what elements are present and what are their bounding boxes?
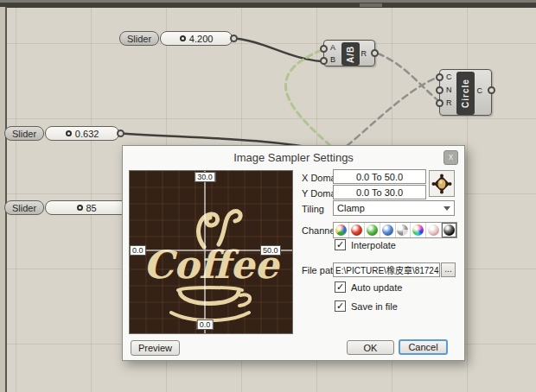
slider-name-tab[interactable]: Slider: [4, 126, 44, 141]
input-nub-a[interactable]: [320, 45, 328, 53]
input-nub-c[interactable]: [436, 73, 443, 81]
channel-label: Channel: [302, 225, 337, 236]
rgb-sphere-icon: [335, 224, 347, 236]
channel-saturation-button[interactable]: [426, 223, 442, 237]
output-label-r: R: [361, 49, 367, 58]
x-min-label: 0.0: [130, 245, 146, 256]
slider-value: 85: [86, 203, 97, 213]
output-nub-c[interactable]: [488, 86, 495, 94]
auto-update-checkbox[interactable]: ✓: [335, 281, 346, 293]
interpolate-checkbox[interactable]: ✓: [335, 239, 346, 250]
input-label-c: C: [446, 73, 452, 81]
circle-component-label[interactable]: Circle: [456, 72, 475, 115]
y-max-label: 30.0: [195, 172, 215, 182]
image-sampler-dialog: Image Sampler Settings x Coffee 30.0 0: [122, 145, 465, 361]
input-nub-r[interactable]: [436, 99, 443, 107]
tiling-label: Tiling: [302, 204, 324, 214]
auto-update-label: Auto update: [351, 282, 402, 293]
channel-blue-button[interactable]: [380, 223, 396, 237]
division-component[interactable]: A B A/B R: [323, 40, 375, 66]
channel-rgb-button[interactable]: [334, 223, 349, 237]
preview-button[interactable]: Preview: [131, 340, 180, 356]
slider-grip-icon[interactable]: [66, 130, 72, 136]
output-label-c: C: [477, 86, 483, 95]
dialog-titlebar[interactable]: Image Sampler Settings x: [123, 146, 464, 168]
x-max-label: 50.0: [260, 245, 281, 256]
browse-button[interactable]: ...: [441, 262, 456, 277]
slider-name-tab[interactable]: Slider: [119, 31, 159, 46]
chevron-down-icon: [443, 206, 450, 211]
file-path-input[interactable]: E:\PICTURE\橡皮章\817242e: [333, 262, 440, 277]
slider-label: Slider: [12, 129, 36, 139]
close-icon: x: [449, 152, 453, 161]
slider-track[interactable]: 0.632: [45, 126, 119, 141]
channel-red-button[interactable]: [349, 223, 365, 237]
slider-grip-icon[interactable]: [77, 205, 83, 211]
slider-label: Slider: [12, 203, 36, 213]
circle-component[interactable]: C N R Circle C: [439, 69, 492, 116]
grasshopper-canvas: Slider 4.200 Slider 0.632 Slider 85 A B …: [0, 0, 536, 392]
dialog-title: Image Sampler Settings: [233, 151, 354, 164]
channel-green-button[interactable]: [365, 223, 380, 237]
number-slider-2[interactable]: Slider 0.632: [4, 126, 119, 141]
channel-selector: [333, 222, 457, 238]
input-nub-b[interactable]: [320, 57, 328, 65]
slider-track[interactable]: 85: [45, 200, 128, 215]
red-sphere-icon: [351, 224, 362, 236]
blue-sphere-icon: [382, 224, 393, 236]
input-label-n: N: [446, 85, 452, 94]
interpolate-label: Interpolate: [351, 240, 396, 250]
slider-value: 0.632: [75, 129, 99, 139]
checkmark-icon: ✓: [336, 301, 345, 311]
number-slider-1[interactable]: Slider 4.200: [119, 31, 233, 46]
input-label-r: R: [446, 98, 452, 107]
division-component-label[interactable]: A/B: [341, 42, 360, 66]
checkmark-icon: ✓: [336, 240, 345, 250]
channel-alpha-button[interactable]: [396, 223, 412, 237]
slider-label: Slider: [127, 34, 151, 44]
channel-hue-button[interactable]: [411, 223, 426, 237]
number-slider-3[interactable]: Slider 85: [4, 200, 128, 215]
tiling-selected-value: Clamp: [337, 203, 443, 213]
alpha-sphere-icon: [397, 224, 408, 236]
y-min-label: 0.0: [197, 319, 214, 330]
checkmark-icon: ✓: [336, 282, 345, 292]
slider-value: 4.200: [189, 34, 214, 44]
input-label-a: A: [330, 43, 335, 52]
green-sphere-icon: [367, 224, 378, 236]
tiling-select[interactable]: Clamp: [333, 200, 455, 216]
close-button[interactable]: x: [443, 150, 458, 165]
save-in-file-label: Save in file: [351, 301, 398, 312]
save-in-file-checkbox[interactable]: ✓: [335, 300, 346, 312]
image-thumbnail-icon: [431, 174, 452, 194]
x-domain-input[interactable]: 0.0 To 50.0: [333, 169, 426, 184]
channel-luminance-button[interactable]: [442, 223, 456, 237]
image-preview[interactable]: Coffee 30.0 0.0 50.0 0.0: [129, 170, 293, 334]
cancel-button[interactable]: Cancel: [399, 339, 448, 355]
input-nub-n[interactable]: [436, 86, 443, 94]
slider-track[interactable]: 4.200: [160, 31, 233, 46]
slider-grip-icon[interactable]: [180, 35, 186, 41]
image-thumbnail-button[interactable]: [429, 170, 455, 197]
ok-button[interactable]: OK: [347, 340, 394, 355]
saturation-sphere-icon: [428, 224, 439, 236]
input-label-b: B: [330, 55, 335, 64]
output-nub-r[interactable]: [371, 49, 379, 57]
hue-sphere-icon: [412, 224, 424, 236]
y-domain-input[interactable]: 0.0 To 30.0: [333, 185, 426, 199]
slider-name-tab[interactable]: Slider: [4, 200, 44, 215]
wire-division-to-circle-r[interactable]: [378, 54, 441, 103]
luminance-sphere-icon: [443, 224, 455, 236]
